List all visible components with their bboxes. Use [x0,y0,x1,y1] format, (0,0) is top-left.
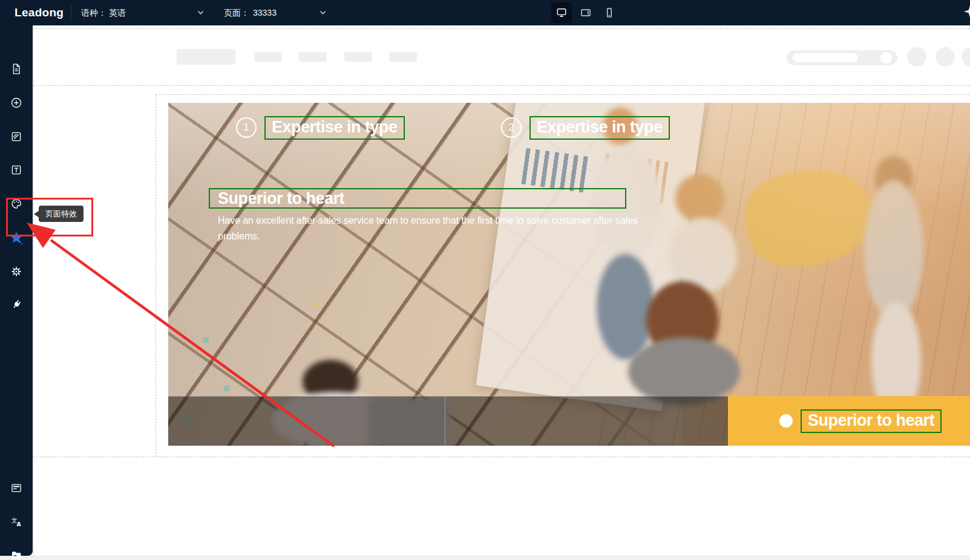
feature-item-1[interactable]: 1 Expertise in type [236,103,405,152]
header-section-guide [33,85,970,86]
feature-label[interactable]: Expertise in type [529,116,670,140]
editor-window: Leadong 语种： 英语 页面： 33333 [0,0,970,560]
translate-icon[interactable]: 文 A [10,515,22,527]
search-bar-placeholder [787,50,897,65]
hero-title-selection[interactable]: Superior to heart [209,188,626,209]
nav-placeholder [344,52,372,62]
hero-selection-left [156,94,156,457]
highlight-content[interactable]: Superior to heart [779,396,942,446]
topbar-divider [71,4,71,21]
feature-label[interactable]: Expertise in type [264,116,405,140]
nav-placeholder [299,52,327,62]
topbar: Leadong 语种： 英语 页面： 33333 [0,0,970,25]
photo-warm-tint [168,103,970,446]
gear-icon[interactable] [10,265,22,278]
app-logo: Leadong [15,0,64,25]
highlight-label[interactable]: Superior to heart [801,409,942,433]
desktop-icon [555,7,568,19]
hero-section-guide-bottom [33,457,970,457]
hero-description[interactable]: Have an excellent after-sales service te… [218,213,641,244]
panel-icon[interactable] [10,482,22,494]
language-value[interactable]: 英语 [109,0,126,25]
sparkle-icon[interactable] [964,5,970,18]
document-icon[interactable] [10,63,22,75]
header-icon-placeholder [936,47,955,67]
hero-title[interactable]: Superior to heart [210,189,344,208]
canvas-left-guide [33,25,34,556]
mobile-icon[interactable] [603,7,615,19]
page-value[interactable]: 33333 [253,0,277,25]
nav-placeholder [254,52,282,62]
hero-banner-image[interactable]: Superior to heart Have an excellent afte… [168,103,970,446]
plug-icon[interactable] [10,299,22,311]
logo-placeholder [177,49,235,65]
horizontal-scrollbar[interactable] [0,556,970,560]
language-label: 语种： [81,0,107,25]
nav-placeholder [389,52,417,62]
plus-circle-icon[interactable] [10,97,22,109]
annotation-highlight-box [6,198,93,236]
highlight-tab[interactable]: Superior to heart [728,396,970,446]
folder-icon[interactable] [10,549,22,560]
tool-sidebar: 文 A [0,25,33,556]
device-desktop-button[interactable] [551,2,572,23]
search-button-placeholder [880,52,892,63]
feature-number-badge: 2 [501,117,522,138]
hero-selection-top [156,94,970,95]
feature-item-2[interactable]: 2 Expertise in type [501,103,670,152]
chevron-down-icon[interactable] [197,10,204,15]
svg-text:A: A [16,521,21,527]
header-icon-placeholder [907,47,926,67]
section-guide-top [33,28,970,29]
feature-number-badge: 1 [236,117,257,138]
chevron-down-icon[interactable] [320,10,326,15]
bullet-dot [779,414,793,428]
feature-band [168,396,728,446]
feature-divider [445,397,445,446]
tablet-icon[interactable] [580,7,592,19]
header-icon-placeholder [962,47,970,67]
page-label: 页面： [224,0,249,25]
draw-icon[interactable] [10,131,22,143]
search-input-placeholder [793,53,858,62]
text-icon[interactable] [10,164,22,176]
